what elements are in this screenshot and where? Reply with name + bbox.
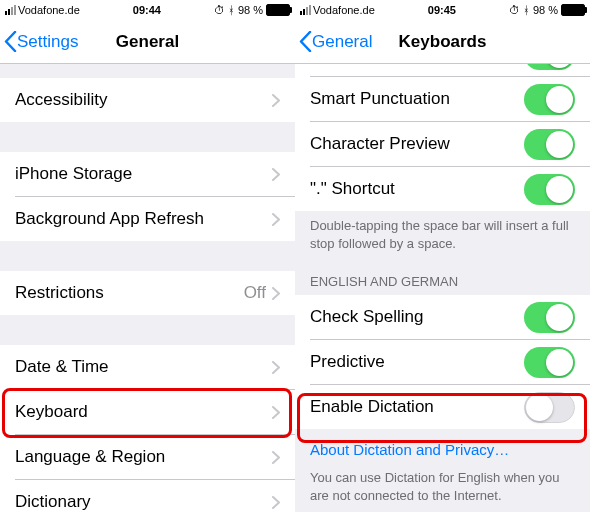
row-label: Smart Punctuation	[310, 89, 524, 109]
row-label: Accessibility	[15, 90, 272, 110]
row-label: Date & Time	[15, 357, 272, 377]
carrier-label: Vodafone.de	[313, 4, 375, 16]
row-character-preview[interactable]: Character Preview	[295, 122, 590, 166]
back-label: General	[312, 32, 372, 52]
footer-dictation: You can use Dictation for English when y…	[295, 469, 590, 512]
row-label: Dictionary	[15, 492, 272, 512]
back-label: Settings	[17, 32, 78, 52]
signal-icon	[5, 5, 16, 15]
row-label: iPhone Storage	[15, 164, 272, 184]
chevron-right-icon	[272, 496, 280, 509]
nav-bar: General Keyboards	[295, 20, 590, 64]
chevron-right-icon	[272, 168, 280, 181]
carrier-label: Vodafone.de	[18, 4, 80, 16]
chevron-right-icon	[272, 94, 280, 107]
back-button[interactable]: Settings	[0, 31, 78, 52]
battery-icon	[266, 4, 290, 16]
keyboards-list[interactable]: Enable Caps Lock Smart Punctuation Chara…	[295, 64, 590, 524]
row-label: Restrictions	[15, 283, 244, 303]
battery-icon	[561, 4, 585, 16]
chevron-right-icon	[272, 451, 280, 464]
row-enable-dictation[interactable]: Enable Dictation	[295, 385, 590, 429]
back-button[interactable]: General	[295, 31, 372, 52]
battery-pct: 98 %	[533, 4, 558, 16]
footer-period-shortcut: Double-tapping the space bar will insert…	[295, 211, 590, 260]
row-background-app-refresh[interactable]: Background App Refresh	[0, 197, 295, 241]
toggle-switch[interactable]	[524, 302, 575, 333]
screenshot-keyboards-settings: Vodafone.de 09:45 ⏱ ᚼ 98 % General Keybo…	[295, 0, 590, 524]
screenshot-general-settings: Vodafone.de 09:44 ⏱ ᚼ 98 % Settings Gene…	[0, 0, 295, 524]
row-date-time[interactable]: Date & Time	[0, 345, 295, 389]
row-accessibility[interactable]: Accessibility	[0, 78, 295, 122]
row-keyboard[interactable]: Keyboard	[0, 390, 295, 434]
row-label: Background App Refresh	[15, 209, 272, 229]
row-smart-punctuation[interactable]: Smart Punctuation	[295, 77, 590, 121]
status-bar: Vodafone.de 09:45 ⏱ ᚼ 98 %	[295, 0, 590, 20]
chevron-left-icon	[299, 31, 312, 52]
nav-bar: Settings General	[0, 20, 295, 64]
row-iphone-storage[interactable]: iPhone Storage	[0, 152, 295, 196]
alarm-icon: ⏱	[214, 4, 225, 16]
toggle-switch[interactable]	[524, 347, 575, 378]
row-value: Off	[244, 283, 266, 303]
toggle-switch[interactable]	[524, 174, 575, 205]
row-label: Predictive	[310, 352, 524, 372]
bluetooth-icon: ᚼ	[228, 4, 235, 16]
row-predictive[interactable]: Predictive	[295, 340, 590, 384]
chevron-left-icon	[4, 31, 17, 52]
section-header-languages: ENGLISH AND GERMAN	[295, 260, 590, 295]
chevron-right-icon	[272, 287, 280, 300]
clock-label: 09:44	[133, 4, 161, 16]
row-label: Character Preview	[310, 134, 524, 154]
bluetooth-icon: ᚼ	[523, 4, 530, 16]
row-label: Keyboard	[15, 402, 272, 422]
row-label: Enable Dictation	[310, 397, 524, 417]
link-about-dictation[interactable]: About Dictation and Privacy…	[295, 429, 590, 469]
row-check-spelling[interactable]: Check Spelling	[295, 295, 590, 339]
settings-list[interactable]: Accessibility iPhone Storage Background …	[0, 64, 295, 524]
chevron-right-icon	[272, 361, 280, 374]
row-label: Language & Region	[15, 447, 272, 467]
chevron-right-icon	[272, 213, 280, 226]
toggle-switch[interactable]	[524, 392, 575, 423]
row-language-region[interactable]: Language & Region	[0, 435, 295, 479]
toggle-switch[interactable]	[524, 84, 575, 115]
toggle-switch[interactable]	[524, 64, 575, 70]
link-label: About Dictation and Privacy…	[310, 441, 509, 458]
toggle-switch[interactable]	[524, 129, 575, 160]
alarm-icon: ⏱	[509, 4, 520, 16]
row-enable-caps-lock[interactable]: Enable Caps Lock	[295, 64, 590, 76]
row-restrictions[interactable]: Restrictions Off	[0, 271, 295, 315]
row-label: "." Shortcut	[310, 179, 524, 199]
row-dictionary[interactable]: Dictionary	[0, 480, 295, 524]
row-period-shortcut[interactable]: "." Shortcut	[295, 167, 590, 211]
row-label: Check Spelling	[310, 307, 524, 327]
chevron-right-icon	[272, 406, 280, 419]
signal-icon	[300, 5, 311, 15]
status-bar: Vodafone.de 09:44 ⏱ ᚼ 98 %	[0, 0, 295, 20]
clock-label: 09:45	[428, 4, 456, 16]
battery-pct: 98 %	[238, 4, 263, 16]
